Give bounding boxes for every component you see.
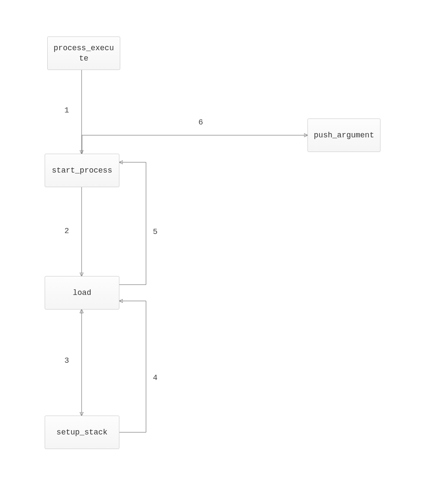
edge-label-6: 6 [198,118,203,127]
node-label: setup_stack [57,427,108,437]
node-label: start_process [52,165,112,176]
node-push-argument[interactable]: push_argument [307,118,380,152]
node-process-execute[interactable]: process_execute [47,36,120,70]
node-label: load [73,288,91,298]
node-start-process[interactable]: start_process [45,154,119,187]
diagram-canvas: process_execute start_process load setup… [0,0,423,504]
node-setup-stack[interactable]: setup_stack [45,416,119,449]
edge-label-2: 2 [64,227,69,235]
edge-6 [82,135,307,154]
edge-label-4: 4 [153,373,158,382]
node-load[interactable]: load [45,276,119,310]
edge-label-3: 3 [64,356,69,365]
edge-4 [119,301,146,432]
node-label: push_argument [314,130,374,140]
edge-label-1: 1 [64,106,69,115]
edge-label-5: 5 [153,228,158,236]
node-label: process_execute [52,43,116,64]
edge-5 [119,162,146,285]
